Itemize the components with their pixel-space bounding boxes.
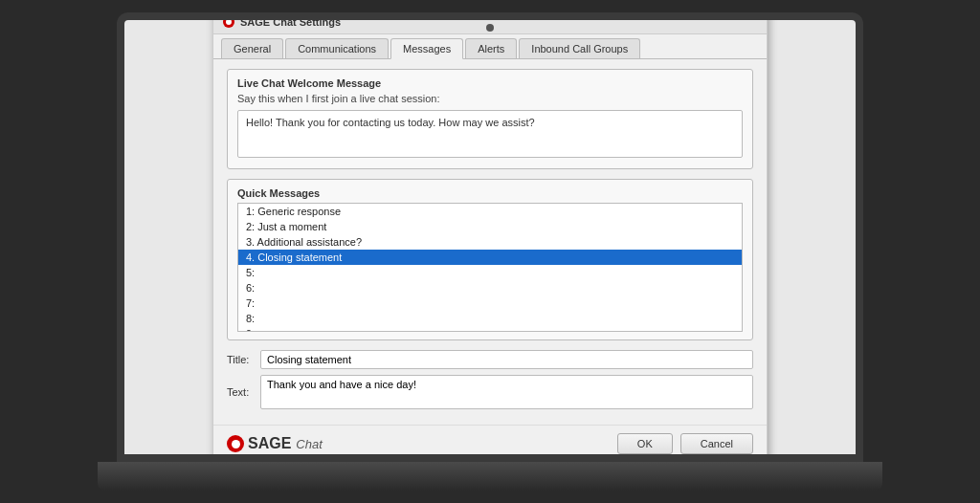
qm-item-7[interactable]: 7: <box>238 295 742 311</box>
qm-item-8[interactable]: 8: <box>238 311 742 326</box>
laptop-screen: SAGE Chat Settings General Communication… <box>117 12 863 462</box>
quick-messages-list[interactable]: 1: Generic response 2: Just a moment 3. … <box>237 203 743 332</box>
dialog-content: Live Chat Welcome Message Say this when … <box>213 59 767 425</box>
title-field-row: Title: <box>227 350 753 369</box>
qm-item-3[interactable]: 3. Additional assistance? <box>238 234 742 250</box>
laptop-notch <box>486 24 494 32</box>
text-label: Text: <box>227 386 260 398</box>
title-label: Title: <box>227 354 260 365</box>
quick-messages-label: Quick Messages <box>237 187 743 199</box>
welcome-message-section: Live Chat Welcome Message Say this when … <box>227 69 753 169</box>
ok-button[interactable]: OK <box>617 433 673 454</box>
qm-item-9[interactable]: 9: <box>238 326 742 332</box>
qm-item-2[interactable]: 2: Just a moment <box>238 219 742 234</box>
laptop-base <box>98 462 882 491</box>
text-input[interactable]: Thank you and have a nice day! <box>260 375 753 409</box>
qm-item-6[interactable]: 6: <box>238 280 742 295</box>
sage-brand-logo: SAGE Chat <box>227 435 323 452</box>
welcome-sublabel: Say this when I first join a live chat s… <box>237 93 743 104</box>
titlebar-logo <box>223 20 234 28</box>
sage-brand-chat: Chat <box>296 437 322 451</box>
qm-item-1[interactable]: 1: Generic response <box>238 204 742 219</box>
quick-messages-section: Quick Messages 1: Generic response 2: Ju… <box>227 179 753 340</box>
cancel-button[interactable]: Cancel <box>680 433 753 454</box>
tab-messages[interactable]: Messages <box>390 38 463 59</box>
laptop-shell: SAGE Chat Settings General Communication… <box>98 12 882 491</box>
text-field-row: Text: Thank you and have a nice day! <box>227 375 753 409</box>
welcome-text-input[interactable]: Hello! Thank you for contacting us today… <box>237 110 743 158</box>
tab-inbound-call-groups[interactable]: Inbound Call Groups <box>519 38 640 58</box>
tab-bar: General Communications Messages Alerts I… <box>213 34 767 59</box>
screen-content: SAGE Chat Settings General Communication… <box>124 20 856 454</box>
dialog-footer: SAGE Chat OK Cancel <box>213 425 767 454</box>
tab-communications[interactable]: Communications <box>285 38 389 58</box>
title-input[interactable] <box>260 350 753 369</box>
sage-brand-text: SAGE <box>248 435 291 452</box>
dialog-window: SAGE Chat Settings General Communication… <box>212 20 768 454</box>
sage-brand-circle-icon <box>227 435 244 452</box>
qm-item-4[interactable]: 4. Closing statement <box>238 250 742 265</box>
tab-alerts[interactable]: Alerts <box>465 38 517 58</box>
tab-general[interactable]: General <box>221 38 283 58</box>
sage-circle-icon <box>223 20 234 28</box>
qm-item-5[interactable]: 5: <box>238 265 742 280</box>
footer-buttons: OK Cancel <box>617 433 753 454</box>
dialog-title: SAGE Chat Settings <box>240 20 341 28</box>
welcome-section-label: Live Chat Welcome Message <box>237 77 743 89</box>
